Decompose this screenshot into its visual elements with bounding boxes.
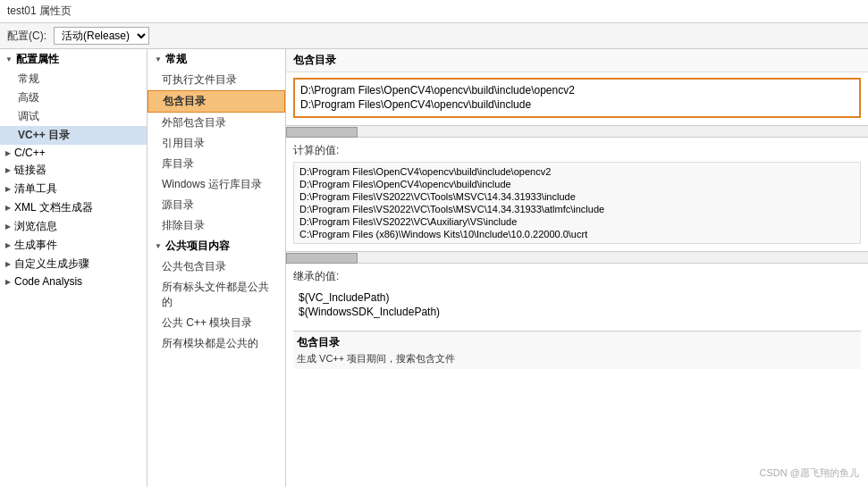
left-item-debug[interactable]: 调试 <box>0 107 147 126</box>
mid-item-executable[interactable]: 可执行文件目录 <box>147 70 285 90</box>
main-content: ▼ 配置属性 常规 高级 调试 VC++ 目录 ▶ C/C++ ▶ 链接器 ▶ … <box>0 49 868 487</box>
left-group-xml[interactable]: ▶ XML 文档生成器 <box>0 198 147 217</box>
horizontal-scrollbar-2[interactable] <box>286 251 868 264</box>
middle-panel: ▼ 常规 可执行文件目录 包含目录 外部包含目录 引用目录 库目录 Window… <box>147 49 286 487</box>
left-group-linker[interactable]: ▶ 链接器 <box>0 161 147 180</box>
mid-item-external-include-label: 外部包含目录 <box>162 116 226 129</box>
computed-label: 计算的值: <box>286 139 868 162</box>
config-label: 配置(C): <box>7 29 46 44</box>
config-bar: 配置(C): 活动(Release) <box>0 23 868 49</box>
mid-item-executable-label: 可执行文件目录 <box>162 73 237 86</box>
computed-line-6: C:\Program Files (x86)\Windows Kits\10\I… <box>299 228 855 240</box>
mid-public-expand-icon: ▼ <box>155 242 162 250</box>
computed-line-1: D:\Program Files\OpenCV4\opencv\build\in… <box>299 165 855 178</box>
mid-section-general[interactable]: ▼ 常规 <box>147 49 285 70</box>
left-item-advanced-label: 高级 <box>18 90 39 105</box>
mid-item-lib[interactable]: 库目录 <box>147 154 285 174</box>
scroll-thumb[interactable] <box>286 127 358 138</box>
xml-expand-icon: ▶ <box>5 204 11 212</box>
bottom-desc-text: 生成 VC++ 项目期间，搜索包含文件 <box>297 352 857 365</box>
code-analysis-expand-icon: ▶ <box>5 278 11 286</box>
mid-item-all-modules-public-label: 所有模块都是公共的 <box>162 337 258 349</box>
left-group-code-analysis[interactable]: ▶ Code Analysis <box>0 273 147 290</box>
bottom-desc-title: 包含目录 <box>297 335 857 350</box>
computed-value-box: D:\Program Files\OpenCV4\opencv\build\in… <box>293 162 861 244</box>
include-path-1: D:\Program Files\OpenCV4\opencv\build\in… <box>300 83 854 97</box>
mid-item-all-modules-public[interactable]: 所有模块都是公共的 <box>147 333 285 354</box>
inherited-line-2: $(WindowsSDK_IncludePath) <box>299 305 855 319</box>
left-group-cpp[interactable]: ▶ C/C++ <box>0 145 147 161</box>
left-group-browse[interactable]: ▶ 浏览信息 <box>0 217 147 236</box>
cpp-expand-icon: ▶ <box>5 149 11 157</box>
mid-item-public-cpp-module-label: 公共 C++ 模块目录 <box>162 316 252 329</box>
mid-item-exclude-label: 排除目录 <box>162 219 205 231</box>
left-group-manifest-label: 清单工具 <box>14 181 57 197</box>
left-group-code-analysis-label: Code Analysis <box>14 275 82 288</box>
inherited-label: 继承的值: <box>286 265 868 288</box>
left-item-vc-dirs[interactable]: VC++ 目录 <box>0 126 147 145</box>
bottom-desc: 包含目录 生成 VC++ 项目期间，搜索包含文件 <box>293 331 861 369</box>
mid-item-source-label: 源目录 <box>162 198 194 211</box>
scroll-thumb-2[interactable] <box>286 253 358 264</box>
left-group-linker-label: 链接器 <box>14 163 46 178</box>
mid-item-public-include[interactable]: 公共包含目录 <box>147 256 285 277</box>
mid-item-external-include[interactable]: 外部包含目录 <box>147 113 285 133</box>
left-item-advanced[interactable]: 高级 <box>0 88 147 107</box>
title-text: test01 属性页 <box>7 4 72 17</box>
mid-item-public-cpp-module[interactable]: 公共 C++ 模块目录 <box>147 313 285 333</box>
expand-icon: ▼ <box>5 55 13 63</box>
left-group-custom-build[interactable]: ▶ 自定义生成步骤 <box>0 255 147 273</box>
computed-line-5: D:\Program Files\VS2022\VC\Auxiliary\VS\… <box>299 215 855 228</box>
left-item-general[interactable]: 常规 <box>0 70 147 88</box>
mid-item-winrt-lib-label: Windows 运行库目录 <box>162 178 262 190</box>
config-select[interactable]: 活动(Release) <box>54 27 149 45</box>
build-events-expand-icon: ▶ <box>5 241 11 249</box>
left-group-manifest[interactable]: ▶ 清单工具 <box>0 180 147 198</box>
mid-item-all-headers-public[interactable]: 所有标头文件都是公共的 <box>147 277 285 313</box>
title-bar: test01 属性页 <box>0 0 868 23</box>
mid-item-exclude[interactable]: 排除目录 <box>147 215 285 236</box>
mid-item-source[interactable]: 源目录 <box>147 195 285 215</box>
watermark: CSDN @愿飞翔的鱼儿 <box>760 466 859 480</box>
right-panel: 包含目录 D:\Program Files\OpenCV4\opencv\bui… <box>286 49 868 487</box>
left-group-xml-label: XML 文档生成器 <box>14 200 93 215</box>
left-group-browse-label: 浏览信息 <box>14 219 57 234</box>
manifest-expand-icon: ▶ <box>5 185 11 193</box>
mid-item-include[interactable]: 包含目录 <box>147 90 285 113</box>
left-panel: ▼ 配置属性 常规 高级 调试 VC++ 目录 ▶ C/C++ ▶ 链接器 ▶ … <box>0 49 147 487</box>
include-path-2: D:\Program Files\OpenCV4\opencv\build\in… <box>300 97 854 112</box>
left-item-vc-dirs-label: VC++ 目录 <box>18 128 70 143</box>
mid-item-reference[interactable]: 引用目录 <box>147 133 285 154</box>
mid-section-general-label: 常规 <box>165 52 187 67</box>
computed-line-2: D:\Program Files\OpenCV4\opencv\build\in… <box>299 178 855 190</box>
left-group-cpp-label: C/C++ <box>14 147 46 159</box>
mid-item-public-include-label: 公共包含目录 <box>162 260 226 273</box>
browse-expand-icon: ▶ <box>5 223 11 231</box>
left-group-custom-build-label: 自定义生成步骤 <box>14 256 89 272</box>
inherited-value-box: $(VC_IncludePath) $(WindowsSDK_IncludePa… <box>293 288 861 322</box>
right-header-label: 包含目录 <box>293 54 336 66</box>
mid-item-all-headers-public-label: 所有标头文件都是公共的 <box>162 281 269 308</box>
computed-line-3: D:\Program Files\VS2022\VC\Tools\MSVC\14… <box>299 190 855 203</box>
mid-general-expand-icon: ▼ <box>155 55 162 63</box>
linker-expand-icon: ▶ <box>5 166 11 174</box>
mid-item-reference-label: 引用目录 <box>162 137 205 149</box>
mid-section-public[interactable]: ▼ 公共项目内容 <box>147 236 285 256</box>
inherited-line-1: $(VC_IncludePath) <box>299 290 855 305</box>
mid-section-public-label: 公共项目内容 <box>165 239 230 254</box>
left-item-debug-label: 调试 <box>18 109 39 124</box>
config-properties-label: 配置属性 <box>16 52 59 67</box>
mid-item-include-label: 包含目录 <box>163 95 206 107</box>
left-group-build-events-label: 生成事件 <box>14 238 57 253</box>
mid-item-lib-label: 库目录 <box>162 157 194 170</box>
right-header: 包含目录 <box>286 49 868 72</box>
config-properties-header[interactable]: ▼ 配置属性 <box>0 49 147 70</box>
include-paths-box[interactable]: D:\Program Files\OpenCV4\opencv\build\in… <box>293 78 861 118</box>
horizontal-scrollbar[interactable] <box>286 125 868 138</box>
custom-build-expand-icon: ▶ <box>5 260 11 268</box>
left-group-build-events[interactable]: ▶ 生成事件 <box>0 236 147 255</box>
computed-line-4: D:\Program Files\VS2022\VC\Tools\MSVC\14… <box>299 203 855 215</box>
mid-item-winrt-lib[interactable]: Windows 运行库目录 <box>147 174 285 195</box>
left-item-general-label: 常规 <box>18 71 39 87</box>
